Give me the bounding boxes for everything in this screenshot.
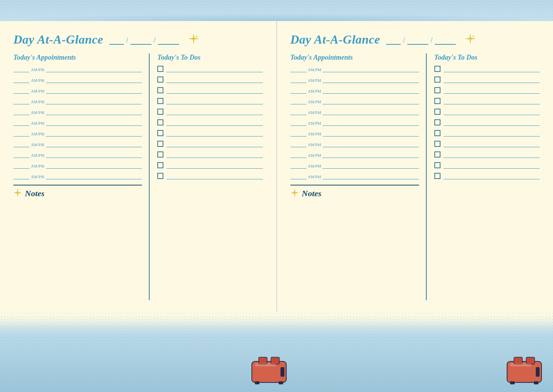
todo-checkbox[interactable] [157,119,163,125]
todo-row [157,172,263,179]
ampm-label: AM/PM [308,111,321,115]
appt-line [46,140,142,147]
svg-rect-10 [514,357,522,364]
todo-checkbox[interactable] [157,151,163,158]
appt-row: AM/PM [13,151,142,158]
appt-row: AM/PM [290,76,419,83]
todo-checkbox[interactable] [434,173,440,179]
time-field[interactable] [290,130,307,137]
appt-line [46,87,142,94]
page-2-todos: Today's To Dos [427,54,540,300]
todo-checkbox[interactable] [157,162,163,168]
appt-line [46,162,142,169]
todo-line [166,108,263,115]
todo-checkbox[interactable] [157,109,163,115]
todo-row [434,119,540,126]
date-seg2[interactable] [131,36,152,45]
appt-line [323,140,419,147]
svg-rect-6 [279,381,283,384]
time-field[interactable] [13,98,29,104]
time-field[interactable] [13,162,29,169]
time-field[interactable] [13,130,29,137]
time-field[interactable] [13,87,29,94]
page-1-columns: Today's Appointments AM/PM AM/PM AM/PM [13,54,263,300]
ampm-label: AM/PM [308,121,321,125]
appt-row: AM/PM [290,119,419,126]
time-field[interactable] [290,140,307,147]
time-field[interactable] [290,98,307,104]
bottom-band [0,312,553,392]
time-field[interactable] [13,119,29,126]
appt-row: AM/PM [13,162,142,169]
todo-checkbox[interactable] [434,87,440,93]
todo-checkbox[interactable] [157,98,163,104]
page-1-notes-label: Notes [25,189,44,198]
appt-row: AM/PM [13,108,142,115]
appt-row: AM/PM [290,65,419,72]
todo-row [434,130,540,137]
date-seg2-p2[interactable] [407,36,428,45]
date-seg3[interactable] [158,36,179,45]
time-field[interactable] [13,76,29,83]
time-field[interactable] [13,151,29,158]
ampm-label: AM/PM [308,143,321,147]
time-field[interactable] [13,108,29,115]
time-field[interactable] [290,151,307,158]
time-field[interactable] [290,162,307,169]
todo-checkbox[interactable] [434,98,440,104]
todo-checkbox[interactable] [157,66,163,72]
time-field[interactable] [290,65,307,72]
appt-line [323,87,419,94]
date-seg1[interactable] [109,36,124,45]
page-2-date: / / [386,36,456,45]
todo-row [157,151,263,158]
date-seg1-p2[interactable] [386,36,401,45]
page-2-title: Day At-A-Glance [290,33,380,47]
todo-checkbox[interactable] [157,130,163,136]
page-2-notes-label: Notes [302,189,321,198]
todo-checkbox[interactable] [157,87,163,93]
time-field[interactable] [290,119,307,126]
time-field[interactable] [13,140,29,147]
todo-checkbox[interactable] [434,130,440,136]
todo-checkbox[interactable] [434,76,440,83]
todo-checkbox[interactable] [157,141,163,147]
notes-sparkle-2 [290,189,299,198]
ampm-label: AM/PM [31,153,44,158]
todo-row [157,65,263,72]
time-field[interactable] [290,76,307,83]
time-field[interactable] [290,172,307,179]
page-2-header: Day At-A-Glance / / [290,33,540,47]
todo-checkbox[interactable] [434,66,440,72]
todo-row [434,87,540,94]
time-field[interactable] [290,87,307,94]
todo-checkbox[interactable] [434,151,440,158]
appt-row: AM/PM [290,130,419,137]
todo-checkbox[interactable] [434,109,440,115]
time-field[interactable] [13,172,29,179]
todo-line [444,119,540,126]
todo-checkbox[interactable] [157,76,163,83]
svg-rect-2 [259,357,267,364]
appt-row: AM/PM [13,172,142,179]
todo-line [166,140,263,147]
todo-row [157,119,263,126]
todo-line [444,108,540,115]
ampm-label: AM/PM [308,132,321,136]
todo-checkbox[interactable] [434,162,440,168]
todo-checkbox[interactable] [434,141,440,147]
sparkle-icon-2 [465,33,476,46]
todo-line [166,162,263,169]
todo-checkbox[interactable] [434,119,440,125]
todo-checkbox[interactable] [157,173,163,179]
date-seg3-p2[interactable] [435,36,456,45]
todo-row [157,108,263,115]
page-2-appointments-header: Today's Appointments [290,54,419,62]
time-field[interactable] [290,108,307,115]
todo-line [444,130,540,137]
todo-row [434,140,540,147]
ampm-label: AM/PM [308,78,321,83]
todo-row [157,140,263,147]
todo-row [434,151,540,158]
time-field[interactable] [13,65,29,72]
